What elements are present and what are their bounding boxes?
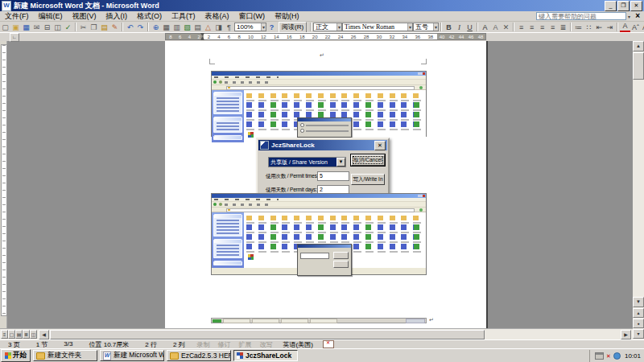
char-scale-icon[interactable]: ✕ [501, 23, 511, 32]
status-mode-toggle[interactable]: 改写 [256, 340, 277, 349]
embedded-screenshot-explorer-1[interactable] [211, 71, 427, 137]
taskbar-task-button[interactable]: W 新建 Microsoft Word 文... [100, 350, 164, 361]
chevron-down-icon[interactable]: ▾ [407, 23, 412, 31]
view-normal-button[interactable]: ≡ [1, 330, 8, 339]
version-combobox[interactable]: 共享版 / Share Version ▼ [268, 157, 346, 167]
document-page[interactable]: ↵ [165, 41, 488, 328]
menu-item[interactable]: 格式(O) [132, 11, 167, 22]
copy-icon[interactable]: ❐ [89, 23, 99, 32]
taskbar-task-button[interactable]: EzCad2.5.3 HERO [167, 350, 231, 361]
menu-item[interactable]: 窗口(W) [234, 11, 270, 22]
view-outline-button[interactable]: ≣ [23, 330, 30, 339]
minimize-button[interactable]: _ [605, 1, 617, 11]
scroll-up-icon[interactable]: ▲ [633, 41, 644, 51]
bullets-icon[interactable]: ∷ [584, 23, 594, 32]
taskbar-task-button[interactable]: 新建文件夹 [33, 350, 97, 361]
tab-selector-button[interactable]: ∟ [10, 33, 19, 42]
permit-times-field[interactable]: 5 [317, 171, 349, 181]
dialog-title-bar[interactable]: JczShareLock ✕ [258, 140, 387, 150]
start-button[interactable]: 开始 [1, 349, 31, 362]
word-app-icon[interactable]: W [2, 1, 11, 11]
char-shading-icon[interactable]: A [490, 23, 501, 32]
print-preview-icon[interactable]: ◫ [52, 23, 63, 32]
menu-item[interactable]: 编辑(E) [34, 11, 68, 22]
horizontal-scroll-thumb[interactable] [50, 330, 485, 339]
select-browse-object-icon[interactable]: ● [633, 319, 644, 328]
align-distribute-icon[interactable]: ≡ [547, 23, 558, 32]
font-size-select[interactable]: 五号▾ [413, 23, 439, 31]
drawing-icon[interactable]: △ [203, 23, 213, 32]
shrink-font-icon[interactable]: Aˇ [641, 23, 644, 32]
read-mode-button[interactable]: 阅读(R) [279, 22, 307, 33]
align-right-icon[interactable]: ≡ [537, 23, 547, 32]
line-spacing-icon[interactable]: ≣ [558, 23, 568, 32]
decrease-indent-icon[interactable]: ⇤ [594, 23, 605, 32]
redo-icon[interactable]: ↷ [135, 23, 146, 32]
bold-icon[interactable]: B [444, 23, 454, 32]
tray-app-icon[interactable] [613, 352, 621, 360]
chevron-down-icon[interactable]: ▼ [336, 158, 345, 167]
undo-icon[interactable]: ↶ [125, 23, 135, 32]
font-select[interactable]: Times New Roman▾ [342, 23, 413, 31]
status-language[interactable]: 英语(美国) [277, 340, 320, 349]
browse-next-icon[interactable]: ▾ [633, 329, 644, 339]
view-web-button[interactable]: ▢ [8, 330, 15, 339]
network-error-tray-icon[interactable]: ✕ [606, 353, 611, 359]
show-hide-icon[interactable]: ¶ [224, 23, 234, 32]
font-color-icon[interactable]: A [620, 23, 630, 32]
insert-table-icon[interactable]: ▥ [171, 23, 182, 32]
save-icon[interactable]: ▦ [21, 23, 31, 32]
align-center-icon[interactable]: ≡ [526, 23, 537, 32]
close-button[interactable]: ✕ [630, 1, 642, 11]
italic-icon[interactable]: I [454, 23, 464, 32]
embedded-screenshot-explorer-2[interactable] [211, 193, 427, 275]
chevron-down-icon[interactable]: ▾ [336, 23, 341, 31]
menu-item[interactable]: 帮助(H) [270, 11, 304, 22]
menu-item[interactable]: 插入(I) [101, 11, 133, 22]
scroll-right-icon[interactable]: ▶ [621, 330, 631, 339]
tables-borders-icon[interactable]: ▦ [161, 23, 171, 32]
horizontal-scrollbar[interactable]: ≡▢▤≣◫ ◀ ▶ [0, 328, 633, 339]
embedded-screenshot-taskbar[interactable] [211, 318, 427, 323]
mail-icon[interactable]: ✉ [31, 23, 42, 32]
help-icon[interactable]: ? [266, 23, 277, 32]
menu-item[interactable]: 文件(F) [0, 11, 34, 22]
view-reading-button[interactable]: ◫ [30, 330, 37, 339]
view-print-button[interactable]: ▤ [15, 330, 23, 339]
status-mode-toggle[interactable]: 录制 [193, 340, 214, 349]
increase-indent-icon[interactable]: ⇥ [605, 23, 615, 32]
align-left-icon[interactable]: ≡ [516, 23, 526, 32]
chevron-down-icon[interactable]: ▾ [261, 23, 266, 31]
numbering-icon[interactable]: ≔ [573, 23, 584, 32]
maximize-button[interactable]: ❐ [617, 1, 630, 11]
taskbar-task-button[interactable]: JczShareLock [233, 350, 298, 361]
format-painter-icon[interactable]: ✎ [109, 23, 120, 32]
menu-item[interactable]: 视图(V) [68, 11, 101, 22]
char-border-icon[interactable]: A [480, 23, 490, 32]
menu-item[interactable]: 工具(T) [167, 11, 200, 22]
printer-tray-icon[interactable] [595, 352, 604, 360]
vertical-scroll-thumb[interactable] [633, 52, 644, 80]
spelling-status-icon[interactable] [323, 340, 334, 348]
underline-icon[interactable]: U [464, 23, 475, 32]
zoom-select[interactable]: 100%▾ [234, 23, 266, 31]
scroll-down-icon[interactable]: ▼ [633, 297, 644, 307]
dialog-close-button[interactable]: ✕ [374, 141, 386, 150]
document-map-icon[interactable]: ◨ [213, 23, 224, 32]
help-search-input[interactable] [536, 12, 626, 20]
columns-icon[interactable]: ▤ [192, 23, 203, 32]
style-select[interactable]: 正文▾ [313, 23, 342, 31]
insert-excel-icon[interactable]: ▧ [182, 23, 192, 32]
spelling-icon[interactable]: ✓ [63, 23, 73, 32]
grow-font-icon[interactable]: Aˆ [630, 23, 641, 32]
hyperlink-icon[interactable]: ⊕ [151, 23, 161, 32]
open-folder-icon[interactable]: ▣ [10, 23, 21, 32]
close-document-button[interactable]: × [631, 11, 644, 20]
paste-icon[interactable]: ▤ [99, 23, 109, 32]
write-in-button[interactable]: 写入/Write In [351, 174, 385, 185]
print-icon[interactable]: ⊟ [42, 23, 52, 32]
status-mode-toggle[interactable]: 修订 [214, 340, 235, 349]
menu-item[interactable]: 表格(A) [200, 11, 234, 22]
cancel-button[interactable]: 取消/Cancel [351, 154, 385, 166]
scroll-left-icon[interactable]: ◀ [39, 330, 49, 339]
